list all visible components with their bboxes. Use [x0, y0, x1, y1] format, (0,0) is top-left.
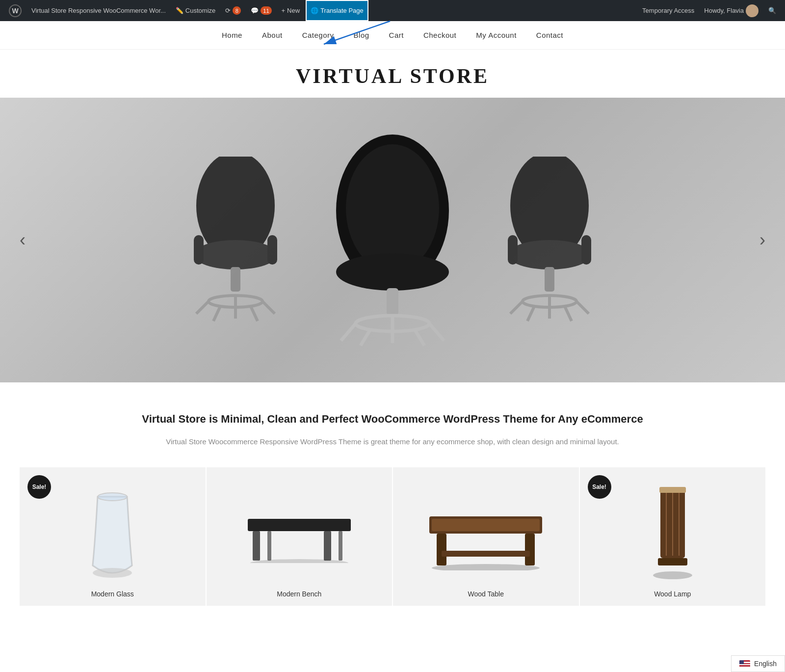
new-label: New	[287, 7, 300, 14]
tagline-subtitle: Virtual Store Woocommerce Responsive Wor…	[98, 436, 687, 448]
slider-prev-arrow[interactable]: ‹	[15, 225, 30, 255]
product-image-table	[403, 477, 569, 585]
comments-icon: 💬	[251, 7, 259, 14]
svg-rect-45	[525, 534, 535, 565]
new-button[interactable]: + New	[278, 0, 304, 21]
slider-next-arrow[interactable]: ›	[755, 225, 770, 255]
svg-line-29	[510, 301, 523, 314]
products-grid: Sale! Modern Glass	[0, 467, 785, 625]
product-card-wood-lamp[interactable]: Sale! Wood Lamp	[580, 467, 766, 606]
translate-page-button[interactable]: 🌐 Translate Page	[306, 0, 368, 21]
product-name-table: Wood Table	[468, 590, 504, 598]
center-chair	[314, 132, 471, 348]
nav-home[interactable]: Home	[222, 31, 242, 39]
left-chair	[177, 157, 294, 323]
nav-category[interactable]: Category	[302, 31, 334, 39]
svg-line-18	[341, 323, 356, 341]
comments-button[interactable]: 💬 11	[247, 0, 275, 21]
main-nav: Home About Category Blog Cart Checkout M…	[0, 21, 785, 50]
svg-line-9	[262, 301, 275, 314]
svg-rect-16	[387, 288, 398, 315]
product-card-wood-table[interactable]: Wood Table	[393, 467, 579, 606]
svg-line-30	[576, 301, 589, 314]
product-name-lamp: Wood Lamp	[654, 590, 691, 598]
svg-rect-27	[545, 267, 554, 292]
admin-bar-right: Temporary Access Howdy, Flavia 🔍	[638, 4, 780, 17]
nav-cart[interactable]: Cart	[389, 31, 404, 39]
svg-rect-26	[581, 235, 591, 265]
product-image-glass	[29, 477, 196, 585]
search-button[interactable]: 🔍	[764, 7, 780, 14]
site-title-text: Virtual Store Responsive WooCommerce Wor…	[31, 7, 166, 14]
wp-icon: W	[9, 4, 22, 17]
svg-rect-43	[432, 519, 540, 531]
admin-bar: W Virtual Store Responsive WooCommerce W…	[0, 0, 785, 21]
svg-rect-6	[231, 267, 240, 292]
svg-point-14	[346, 144, 439, 272]
updates-icon: ⟳	[225, 7, 231, 14]
howdy-label: Howdy, Flavia	[704, 7, 744, 14]
svg-rect-46	[442, 551, 530, 557]
svg-line-11	[213, 305, 221, 321]
customize-label: Customize	[185, 7, 215, 14]
svg-line-19	[429, 323, 444, 341]
svg-point-24	[508, 240, 591, 269]
svg-rect-4	[194, 235, 204, 265]
svg-rect-40	[339, 531, 342, 561]
product-card-modern-bench[interactable]: Modern Bench	[207, 467, 392, 606]
svg-rect-37	[253, 531, 260, 561]
tagline-section: Virtual Store is Minimal, Clean and Perf…	[0, 382, 785, 467]
nav-myaccount[interactable]: My Account	[476, 31, 517, 39]
site-title-area: VIRTUAL STORE	[0, 50, 785, 98]
svg-rect-25	[508, 235, 518, 265]
product-image-lamp	[590, 477, 756, 585]
page-wrapper: W Virtual Store Responsive WooCommerce W…	[0, 0, 785, 625]
right-chair	[491, 157, 608, 323]
pencil-icon: ✏️	[176, 7, 183, 14]
customize-button[interactable]: ✏️ Customize	[172, 0, 219, 21]
svg-point-54	[653, 571, 692, 579]
svg-point-35	[93, 568, 132, 578]
site-title-admin[interactable]: Virtual Store Responsive WooCommerce Wor…	[27, 0, 170, 21]
product-name-bench: Modern Bench	[277, 590, 321, 598]
nav-contact[interactable]: Contact	[536, 31, 563, 39]
temporary-access-button[interactable]: Temporary Access	[638, 7, 698, 14]
svg-rect-52	[659, 487, 686, 493]
svg-point-15	[336, 253, 449, 291]
sale-badge-lamp: Sale!	[588, 475, 611, 499]
temporary-access-label: Temporary Access	[642, 7, 694, 14]
product-card-modern-glass[interactable]: Sale! Modern Glass	[20, 467, 206, 606]
svg-line-22	[415, 329, 424, 346]
svg-point-34	[98, 493, 127, 501]
nav-blog[interactable]: Blog	[354, 31, 369, 39]
updates-badge: 8	[233, 6, 241, 15]
svg-point-47	[432, 564, 540, 570]
comments-badge: 11	[261, 6, 271, 15]
svg-rect-53	[658, 558, 687, 565]
svg-rect-39	[324, 531, 331, 561]
svg-rect-44	[437, 534, 446, 565]
svg-line-32	[527, 305, 535, 321]
search-icon: 🔍	[768, 7, 776, 14]
product-name-glass: Modern Glass	[91, 590, 134, 598]
updates-button[interactable]: ⟳ 8	[221, 0, 245, 21]
svg-point-3	[194, 240, 277, 269]
wordpress-logo[interactable]: W	[5, 0, 26, 21]
svg-rect-5	[267, 235, 277, 265]
product-image-bench	[216, 477, 383, 585]
svg-line-33	[564, 305, 572, 321]
hero-slider[interactable]: ‹	[0, 98, 785, 382]
nav-about[interactable]: About	[262, 31, 283, 39]
svg-rect-38	[267, 531, 271, 561]
svg-rect-36	[248, 519, 351, 531]
translate-page-label: Translate Page	[320, 7, 364, 14]
svg-line-12	[250, 305, 258, 321]
nav-checkout[interactable]: Checkout	[423, 31, 456, 39]
translate-icon: 🌐	[311, 7, 318, 14]
svg-line-8	[196, 301, 209, 314]
howdy-menu[interactable]: Howdy, Flavia	[700, 4, 762, 17]
plus-icon: +	[282, 7, 286, 14]
slider-content	[177, 98, 608, 382]
svg-point-41	[250, 559, 348, 563]
site-title: VIRTUAL STORE	[0, 64, 785, 88]
